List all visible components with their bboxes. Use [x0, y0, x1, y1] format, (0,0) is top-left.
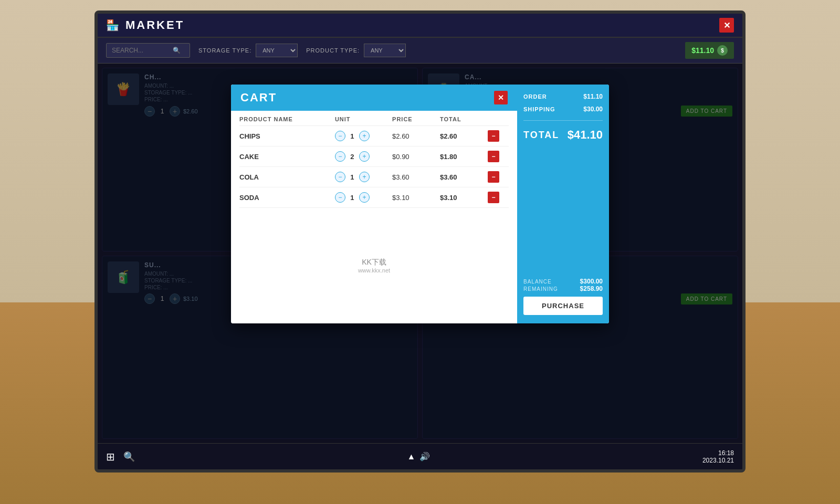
col-action: [488, 116, 509, 122]
date-display: 2023.10.21: [702, 457, 734, 464]
search-box[interactable]: 🔍: [106, 43, 190, 58]
content-area: 🍟 CH... AMOUNT: ... STORAGE TYPE: ... PR…: [98, 64, 742, 443]
cart-main: CART ✕ PRODUCT NAME UNIT PRICE TOTAL: [231, 85, 517, 323]
shipping-label: SHIPPING: [523, 106, 555, 112]
watermark: KK下载 www.kkx.net: [358, 258, 390, 274]
taskbar-time: 16:18 2023.10.21: [702, 449, 734, 464]
cart-remove-0[interactable]: −: [488, 130, 499, 142]
total-row: TOTAL $41.10: [523, 128, 603, 142]
balance-display: $11.10 $: [685, 42, 734, 59]
cart-item-price-0: $2.60: [392, 132, 440, 140]
balance-section: BALANCE $300.00 REMAINING $258.90 PURCHA…: [523, 278, 603, 315]
cart-qty-val-0: 1: [348, 132, 357, 140]
cart-item-total-2: $3.60: [440, 173, 488, 181]
cart-unit-control-0: − 1 +: [335, 131, 392, 141]
search-icon: 🔍: [173, 47, 181, 54]
cart-modal: CART ✕ PRODUCT NAME UNIT PRICE TOTAL: [231, 85, 609, 323]
cart-remove-2[interactable]: −: [488, 171, 499, 183]
cart-qty-val-1: 2: [348, 153, 357, 161]
balance-icon: $: [717, 45, 728, 56]
cart-item-name-2: COLA: [239, 173, 335, 181]
remaining-value: $258.90: [580, 285, 603, 292]
cart-qty-decrease-3[interactable]: −: [335, 192, 345, 203]
cart-item-total-3: $3.10: [440, 194, 488, 202]
cart-unit-control-2: − 1 +: [335, 172, 392, 182]
cart-qty-increase-2[interactable]: +: [359, 172, 370, 182]
shipping-row: SHIPPING $30.00: [523, 106, 603, 113]
cart-qty-increase-1[interactable]: +: [359, 151, 370, 162]
purchase-button[interactable]: PURCHASE: [523, 297, 603, 315]
cart-table-header: PRODUCT NAME UNIT PRICE TOTAL: [239, 111, 509, 126]
cart-sidebar: ORDER $11.10 SHIPPING $30.00 TOTAL $41.1…: [517, 85, 609, 323]
modal-overlay: CART ✕ PRODUCT NAME UNIT PRICE TOTAL: [98, 64, 742, 443]
balance-row: BALANCE $300.00: [523, 278, 603, 285]
cart-unit-control-1: − 2 +: [335, 151, 392, 162]
cart-row-1: CAKE − 2 + $0.90 $1.80 −: [239, 146, 509, 167]
cart-item-total-0: $2.60: [440, 132, 488, 140]
storage-type-label: STORAGE TYPE:: [198, 47, 251, 54]
cart-close-button[interactable]: ✕: [494, 91, 508, 104]
window-close-button[interactable]: ✕: [719, 18, 734, 33]
cart-item-name-3: SODA: [239, 194, 335, 202]
product-filter-group: PRODUCT TYPE: ANY FOOD DRINK: [306, 44, 406, 57]
monitor: 🏪 MARKET ✕ 🔍 STORAGE TYPE: ANY FRIDGE SH…: [94, 10, 746, 472]
search-input[interactable]: [112, 47, 170, 54]
order-row: ORDER $11.10: [523, 93, 603, 100]
cart-table: PRODUCT NAME UNIT PRICE TOTAL CHIPS −: [231, 111, 517, 208]
cart-item-total-1: $1.80: [440, 153, 488, 161]
storage-type-select[interactable]: ANY FRIDGE SHELF: [256, 44, 298, 57]
market-window: 🏪 MARKET ✕ 🔍 STORAGE TYPE: ANY FRIDGE SH…: [98, 14, 742, 469]
remaining-row: REMAINING $258.90: [523, 285, 603, 292]
market-icon: 🏪: [106, 19, 119, 32]
order-value: $11.10: [583, 93, 603, 100]
taskbar: ⊞ 🔍 ▲ 🔊 16:18 2023.10.21: [98, 443, 742, 469]
cart-header: CART ✕: [231, 85, 517, 111]
balance-value: $11.10: [691, 46, 714, 55]
balance-value-sidebar: $300.00: [580, 278, 603, 285]
toolbar: 🔍 STORAGE TYPE: ANY FRIDGE SHELF PRODUCT…: [98, 38, 742, 64]
cart-row-2: COLA − 1 + $3.60 $3.60 −: [239, 167, 509, 187]
cart-remove-3[interactable]: −: [488, 192, 499, 203]
cart-row-0: CHIPS − 1 + $2.60 $2.60 −: [239, 126, 509, 146]
wifi-icon: ▲: [407, 452, 416, 461]
cart-qty-decrease-2[interactable]: −: [335, 172, 345, 182]
cart-unit-control-3: − 1 +: [335, 192, 392, 203]
cart-item-price-3: $3.10: [392, 194, 440, 202]
col-total: TOTAL: [440, 116, 488, 122]
cart-qty-increase-0[interactable]: +: [359, 131, 370, 141]
total-label: TOTAL: [523, 130, 559, 141]
title-bar: 🏪 MARKET ✕: [98, 14, 742, 38]
cart-qty-decrease-1[interactable]: −: [335, 151, 345, 162]
watermark-sub: www.kkx.net: [358, 267, 390, 274]
cart-empty-area: KK下载 www.kkx.net: [231, 208, 517, 323]
cart-row-3: SODA − 1 + $3.10 $3.10 −: [239, 187, 509, 208]
cart-item-price-1: $0.90: [392, 153, 440, 161]
cart-item-name-0: CHIPS: [239, 132, 335, 140]
cart-qty-val-2: 1: [348, 173, 357, 181]
taskbar-sys-icons: ▲ 🔊: [407, 452, 430, 461]
taskbar-search-icon[interactable]: 🔍: [123, 451, 135, 463]
cart-item-name-1: CAKE: [239, 153, 335, 161]
volume-icon: 🔊: [419, 452, 430, 461]
watermark-main: KK下载: [358, 258, 390, 267]
product-type-select[interactable]: ANY FOOD DRINK: [364, 44, 406, 57]
sidebar-divider: [523, 120, 603, 121]
cart-remove-1[interactable]: −: [488, 151, 499, 162]
order-label: ORDER: [523, 93, 547, 100]
cart-title: CART: [240, 91, 277, 104]
cart-qty-val-3: 1: [348, 194, 357, 202]
time-display: 16:18: [702, 449, 734, 457]
product-type-label: PRODUCT TYPE:: [306, 47, 360, 54]
windows-start-icon[interactable]: ⊞: [106, 450, 115, 463]
cart-qty-increase-3[interactable]: +: [359, 192, 370, 203]
col-unit: UNIT: [335, 116, 392, 122]
balance-label: BALANCE: [523, 279, 552, 285]
shipping-value: $30.00: [583, 106, 603, 113]
storage-filter-group: STORAGE TYPE: ANY FRIDGE SHELF: [198, 44, 298, 57]
cart-item-price-2: $3.60: [392, 173, 440, 181]
cart-qty-decrease-0[interactable]: −: [335, 131, 345, 141]
col-price: PRICE: [392, 116, 440, 122]
remaining-label: REMAINING: [523, 286, 558, 292]
col-product-name: PRODUCT NAME: [239, 116, 335, 122]
sidebar-spacer: [523, 147, 603, 272]
